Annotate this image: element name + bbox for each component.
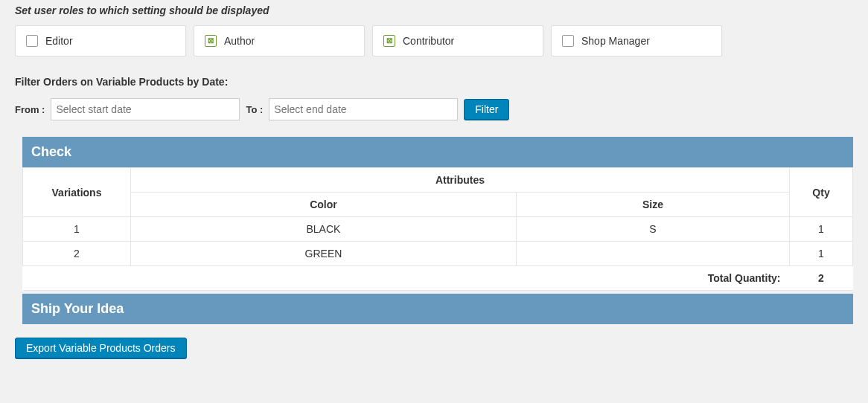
role-contributor[interactable]: ⊠ Contributor bbox=[372, 25, 543, 57]
export-button[interactable]: Export Variable Products Orders bbox=[15, 338, 187, 358]
cell-qty: 1 bbox=[790, 217, 853, 242]
checkbox-editor[interactable] bbox=[26, 35, 38, 47]
cell-size: S bbox=[516, 217, 789, 242]
cell-color: BLACK bbox=[131, 217, 517, 242]
role-label: Shop Manager bbox=[581, 35, 650, 47]
col-attributes: Attributes bbox=[131, 168, 790, 193]
filter-button[interactable]: Filter bbox=[464, 99, 509, 120]
total-label: Total Quantity: bbox=[23, 266, 790, 291]
to-label: To : bbox=[246, 104, 263, 115]
product-header-ship-your-idea[interactable]: Ship Your Idea bbox=[22, 294, 853, 324]
checkbox-shop-manager[interactable] bbox=[562, 35, 574, 47]
cell-size bbox=[516, 242, 789, 266]
roles-description: Set user roles to which setting should b… bbox=[15, 4, 853, 16]
cell-color: GREEN bbox=[131, 242, 517, 266]
col-size: Size bbox=[516, 193, 789, 217]
cell-variation: 1 bbox=[23, 217, 131, 242]
role-label: Author bbox=[224, 35, 255, 47]
total-value: 2 bbox=[790, 266, 853, 291]
table-row: 1 BLACK S 1 bbox=[23, 217, 853, 242]
roles-container: Editor ⊠ Author ⊠ Contributor Shop Manag… bbox=[15, 25, 853, 57]
col-qty: Qty bbox=[790, 168, 853, 217]
role-shop-manager[interactable]: Shop Manager bbox=[551, 25, 722, 57]
col-variations: Variations bbox=[23, 168, 131, 217]
checkbox-author[interactable]: ⊠ bbox=[205, 35, 217, 47]
to-date-input[interactable] bbox=[269, 98, 458, 120]
table-row: 2 GREEN 1 bbox=[23, 242, 853, 266]
role-author[interactable]: ⊠ Author bbox=[194, 25, 365, 57]
role-label: Contributor bbox=[403, 35, 454, 47]
from-date-input[interactable] bbox=[51, 98, 240, 120]
role-editor[interactable]: Editor bbox=[15, 25, 186, 57]
total-row: Total Quantity: 2 bbox=[23, 266, 853, 291]
filter-title: Filter Orders on Variable Products by Da… bbox=[15, 76, 853, 88]
cell-qty: 1 bbox=[790, 242, 853, 266]
variations-table: Variations Attributes Qty Color Size 1 B… bbox=[22, 167, 853, 291]
col-color: Color bbox=[131, 193, 517, 217]
product-header-check[interactable]: Check bbox=[22, 137, 853, 167]
role-label: Editor bbox=[45, 35, 73, 47]
from-label: From : bbox=[15, 104, 45, 115]
checkbox-contributor[interactable]: ⊠ bbox=[383, 35, 395, 47]
cell-variation: 2 bbox=[23, 242, 131, 266]
